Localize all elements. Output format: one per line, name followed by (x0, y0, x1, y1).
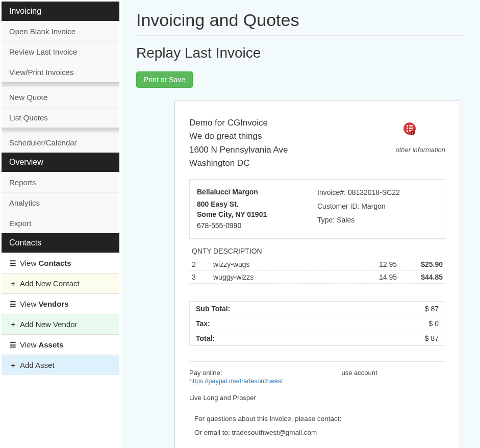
sidebar-action-label: Add Asset (20, 361, 55, 369)
page-title: Invoicing and Quotes (136, 10, 465, 36)
list-icon: ☰ (9, 259, 17, 267)
line-desc: wuggy-wizzs (213, 273, 356, 281)
sidebar: Invoicing Open Blank Invoice Review Last… (0, 0, 121, 448)
print-or-save-button[interactable]: Print or Save (136, 71, 193, 88)
sidebar-action-add-new-vendor[interactable]: + Add New Vendor (2, 314, 119, 334)
bill-to-addr2: Some City, NY 01901 (197, 209, 317, 219)
sidebar-action-view-contacts[interactable]: ☰ View Contacts (2, 253, 119, 273)
sidebar-action-label: Add New Vendor (20, 320, 78, 329)
tax-value: $ 0 (429, 319, 439, 328)
invoice-bill-to: Bellalucci Margon 800 Easy St. Some City… (197, 186, 317, 232)
sidebar-action-label: View Vendors (20, 300, 69, 308)
invoice-line-item: 2 wizzy-wugs 12.95 $25.90 (189, 258, 445, 271)
line-qty: 3 (192, 273, 213, 281)
invoice-number-label: Invoice#: (317, 188, 348, 196)
sidebar-separator (2, 82, 119, 87)
sidebar-action-add-new-contact[interactable]: + Add New Contact (2, 273, 119, 293)
sidebar-header-invoicing: Invoicing (2, 2, 119, 21)
sidebar-action-label: View Assets (20, 340, 64, 349)
subtotal-label: Sub Total: (196, 305, 230, 313)
sidebar-item-view-print-invoices[interactable]: View/Print Invoices (2, 62, 119, 82)
invoice-meta: Invoice#: 08132018-SC22 Customer ID: Mar… (317, 186, 438, 232)
svg-rect-4 (409, 125, 413, 127)
plus-icon: + (9, 361, 17, 369)
col-header-qty: QNTY (192, 247, 213, 255)
total-value: $ 87 (425, 334, 439, 342)
svg-rect-1 (407, 125, 408, 127)
total-label: Total: (196, 334, 215, 342)
sidebar-action-label: View Contacts (20, 259, 71, 267)
line-desc: wizzy-wugs (213, 260, 356, 268)
sidebar-item-new-quote[interactable]: New Quote (2, 87, 119, 107)
sidebar-header-overview: Overview (2, 153, 119, 172)
col-header-desc: DESCRIPTION (213, 247, 356, 255)
sidebar-action-add-asset[interactable]: + Add Asset (2, 355, 119, 375)
sidebar-header-contacts: Contacts (2, 233, 119, 253)
invoice-type: Sales (337, 216, 355, 224)
sidebar-action-view-vendors[interactable]: ☰ View Vendors (2, 293, 119, 314)
plus-icon: + (9, 320, 17, 329)
page-subtitle: Replay Last Invoice (136, 45, 465, 61)
line-total: $25.90 (397, 260, 443, 268)
tax-label: Tax: (196, 319, 210, 328)
pay-online-link[interactable]: https://paypal.me/tradesouthwest (189, 378, 283, 385)
list-icon: ☰ (9, 300, 17, 308)
invoice-company-block: Demo for CGInvoice We do great things 16… (189, 116, 385, 170)
company-address-line1: 1600 N Pennsylvania Ave (189, 143, 385, 157)
invoice-card: Demo for CGInvoice We do great things 16… (174, 101, 460, 448)
sidebar-item-scheduler-calendar[interactable]: Scheduler/Calendar (2, 132, 119, 153)
company-name: Demo for CGInvoice (189, 116, 385, 130)
company-logo-icon: i (395, 116, 420, 141)
invoice-totals: Sub Total: $ 87 Tax: $ 0 Total: $ 87 (189, 301, 445, 346)
pay-account-note: use account (341, 369, 377, 385)
svg-rect-2 (407, 128, 408, 129)
line-total: $44.85 (397, 273, 443, 281)
list-icon: ☰ (9, 341, 17, 349)
invoice-number: 08132018-SC22 (348, 188, 400, 196)
sidebar-item-export[interactable]: Export (2, 213, 119, 233)
company-tagline: We do great things (189, 130, 385, 143)
sidebar-action-view-assets[interactable]: ☰ View Assets (2, 334, 119, 355)
customer-id: Margon (361, 202, 385, 210)
svg-rect-5 (409, 128, 413, 129)
bill-to-name: Bellalucci Margon (197, 186, 317, 198)
svg-rect-3 (407, 130, 408, 132)
bill-to-phone: 678-555-0990 (197, 219, 317, 232)
invoice-contact-block: For questions about this invoice, please… (189, 412, 445, 439)
sidebar-item-list-quotes[interactable]: List Quotes (2, 107, 119, 128)
line-qty: 2 (192, 260, 213, 268)
divider (189, 361, 445, 362)
bill-to-addr1: 800 Easy St. (197, 199, 317, 209)
svg-text:i: i (412, 131, 413, 135)
subtotal-value: $ 87 (425, 305, 439, 313)
line-price: 12.95 (356, 260, 397, 268)
contact-line-1: For questions about this invoice, please… (194, 412, 445, 426)
sidebar-item-analytics[interactable]: Analytics (2, 192, 119, 213)
sidebar-action-label: Add New Contact (20, 279, 80, 288)
invoice-other-information: other information (395, 146, 445, 154)
invoice-line-item: 3 wuggy-wizzs 14.95 $44.85 (189, 271, 445, 284)
sidebar-item-reports[interactable]: Reports (2, 172, 119, 192)
invoice-farewell: Live Long and Prosper (189, 394, 445, 402)
sidebar-item-review-last-invoice[interactable]: Review Last Invoice (2, 41, 119, 62)
invoice-type-label: Type: (317, 216, 337, 224)
contact-line-2: Or email to: tradesouthwest@gmail.com (194, 426, 445, 439)
customer-id-label: Customer ID: (317, 202, 361, 210)
sidebar-separator (2, 128, 119, 132)
company-address-line2: Washington DC (189, 157, 385, 170)
plus-icon: + (9, 280, 17, 288)
pay-online-label: Pay online: (189, 369, 283, 377)
line-price: 14.95 (356, 273, 397, 281)
main-content: Invoicing and Quotes Replay Last Invoice… (121, 0, 480, 448)
sidebar-item-open-blank-invoice[interactable]: Open Blank Invoice (2, 21, 119, 41)
